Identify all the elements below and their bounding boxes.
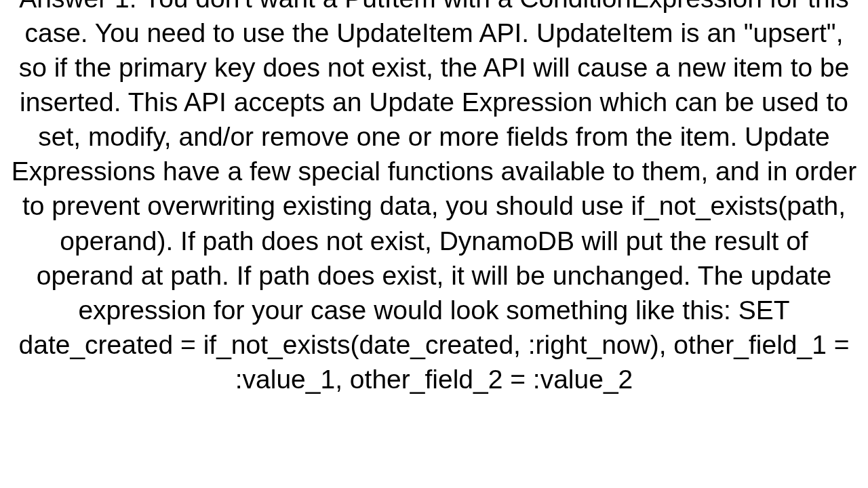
answer-content: Answer 1: You don't want a PutItem with … <box>0 0 868 415</box>
answer-text: Answer 1: You don't want a PutItem with … <box>10 0 858 396</box>
